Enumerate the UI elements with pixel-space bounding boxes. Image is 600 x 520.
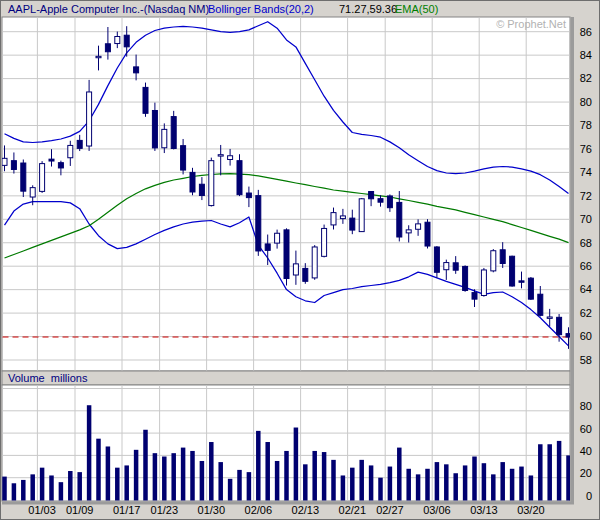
- volume-tick-label: 40: [580, 445, 592, 457]
- candle-body-down: [350, 218, 355, 230]
- volume-bar: [247, 472, 252, 500]
- date-label: 01/23: [151, 504, 179, 516]
- date-label: 02/21: [339, 504, 367, 516]
- volume-bar: [265, 442, 270, 500]
- price-tick-label: 84: [580, 49, 592, 61]
- candle-body-up: [209, 161, 214, 206]
- candle-body-up: [275, 233, 280, 243]
- candle-body-down: [246, 193, 251, 198]
- volume-bar: [472, 457, 477, 501]
- date-label: 03/13: [470, 504, 498, 516]
- candle-body-down: [11, 161, 16, 170]
- candle-body-down: [190, 172, 195, 192]
- volume-bar: [538, 444, 543, 500]
- volume-bar: [153, 453, 158, 500]
- price-tick-label: 72: [580, 190, 592, 202]
- volume-bar: [218, 462, 223, 500]
- candle-body-up: [481, 270, 486, 296]
- candle-body-down: [58, 163, 63, 168]
- volume-bar: [529, 475, 534, 500]
- prophet-net-watermark: © Prophet.Net: [496, 18, 566, 30]
- candle-body-up: [359, 199, 364, 232]
- price-tick-label: 66: [580, 260, 592, 272]
- candle-body-down: [124, 35, 129, 47]
- candle-body-up: [416, 224, 421, 229]
- volume-bar: [2, 477, 7, 501]
- candle-body-up: [228, 156, 233, 160]
- indicator-bollinger-values: 71.27,59.36: [339, 3, 397, 15]
- volume-bar: [59, 482, 64, 500]
- volume-bar: [200, 461, 205, 501]
- volume-bar: [284, 451, 289, 501]
- volume-bar: [106, 446, 111, 500]
- volume-tick-label: 0: [586, 490, 592, 502]
- pane-right-shadow: [571, 17, 575, 504]
- volume-bar: [359, 460, 364, 501]
- volume-bar: [406, 469, 411, 501]
- volume-bar: [134, 450, 139, 501]
- candle-body-up: [115, 37, 120, 44]
- candle-body-up: [444, 263, 449, 270]
- volume-bar: [40, 468, 45, 501]
- volume-bar: [491, 474, 496, 500]
- volume-bar: [416, 474, 421, 500]
- date-label: 02/13: [292, 504, 320, 516]
- candle-body-down: [171, 117, 176, 149]
- candle-body-down: [303, 268, 308, 281]
- price-axis-labels: 868482807876747270686664626058: [580, 26, 592, 366]
- candle-body-down: [265, 244, 270, 250]
- volume-bar: [303, 464, 308, 500]
- candle-body-down: [105, 44, 110, 52]
- candle-body-down: [181, 146, 186, 170]
- candle-body-down: [500, 250, 505, 264]
- volume-bar: [115, 468, 120, 501]
- candle-body-down: [463, 266, 468, 290]
- candle-body-down: [256, 196, 261, 251]
- date-label: 03/06: [423, 504, 451, 516]
- indicator-ema-label: EMA(50): [395, 3, 438, 15]
- date-label: 02/06: [245, 504, 273, 516]
- price-tick-label: 70: [580, 213, 592, 225]
- symbol-title: AAPL-Apple Computer Inc.-(Nasdaq NM): [8, 3, 209, 15]
- volume-bar: [453, 473, 458, 500]
- candle-body-up: [40, 164, 45, 192]
- price-tick-label: 74: [580, 166, 592, 178]
- date-label: 01/17: [113, 504, 141, 516]
- candle-body-up: [406, 230, 411, 233]
- volume-bar: [425, 469, 430, 501]
- candle-body-down: [387, 196, 392, 208]
- indicator-bollinger-label: Bollinger Bands(20,2): [208, 3, 314, 15]
- volume-bar: [68, 471, 73, 500]
- candle-body-down: [284, 230, 289, 279]
- volume-bar: [369, 465, 374, 500]
- volume-bar: [275, 461, 280, 501]
- volume-bar: [171, 453, 176, 500]
- candle-body-up: [87, 92, 92, 146]
- candle-body-up: [331, 213, 336, 225]
- candle-body-down: [199, 184, 204, 195]
- price-tick-label: 64: [580, 283, 592, 295]
- volume-bar: [547, 444, 552, 500]
- volume-bar: [209, 442, 214, 500]
- date-label: 02/27: [376, 504, 404, 516]
- volume-bar: [190, 451, 195, 501]
- volume-bar: [322, 452, 327, 500]
- volume-bar: [96, 439, 101, 501]
- volume-bar: [557, 441, 562, 501]
- candle-body-up: [96, 56, 101, 57]
- volume-tick-label: 80: [580, 400, 592, 412]
- candle-body-down: [143, 87, 148, 113]
- volume-bar: [444, 464, 449, 500]
- price-plot-area[interactable]: [2, 17, 570, 371]
- candle-body-down: [510, 256, 515, 286]
- candle-body-down: [152, 110, 157, 147]
- candle-body-up: [30, 188, 35, 197]
- volume-bar: [312, 451, 317, 501]
- volume-bar: [463, 465, 468, 500]
- date-label: 03/20: [517, 504, 545, 516]
- volume-bar: [256, 431, 261, 501]
- volume-bar: [30, 474, 35, 500]
- candle-body-up: [293, 264, 298, 275]
- price-tick-label: 76: [580, 143, 592, 155]
- candle-body-up: [312, 247, 317, 278]
